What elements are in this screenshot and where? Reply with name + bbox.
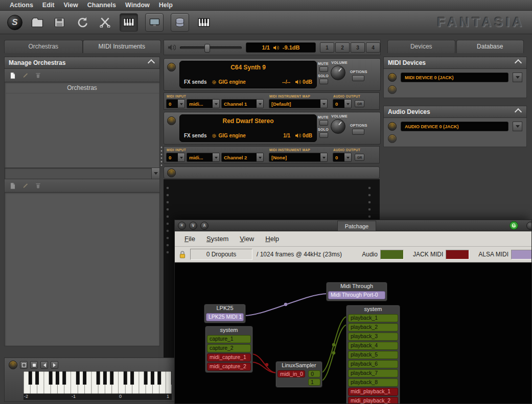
- port-playback-8[interactable]: playback_8: [348, 378, 398, 387]
- port-midi-through-0[interactable]: Midi Through Port-0: [328, 291, 385, 299]
- bank-button-1[interactable]: 1: [320, 42, 334, 53]
- midi-device-combo[interactable]: 0: [166, 153, 185, 162]
- connection-jack-midi[interactable]: [251, 354, 276, 373]
- midi-device-options-button[interactable]: [513, 73, 522, 82]
- port-capture-2[interactable]: capture_2: [207, 344, 251, 352]
- mute-button[interactable]: [319, 66, 328, 72]
- delete-instrument-button[interactable]: [33, 181, 43, 191]
- collapse-icon[interactable]: [148, 59, 155, 66]
- port-out-0[interactable]: 0: [308, 370, 320, 377]
- channel-power-button[interactable]: [167, 116, 176, 125]
- connection-handle[interactable]: [332, 343, 335, 346]
- menu-system[interactable]: System: [202, 233, 233, 245]
- port-playback-1[interactable]: playback_1: [348, 314, 398, 322]
- node-midi-through[interactable]: Midi Through Midi Through Port-0: [326, 282, 387, 301]
- port-midi-capture-1[interactable]: midi_capture_1: [207, 353, 251, 362]
- connection-handle[interactable]: [265, 363, 268, 366]
- midi-monitor-button[interactable]: [196, 15, 212, 30]
- solo-button[interactable]: [319, 79, 328, 84]
- connection-handle[interactable]: [284, 303, 287, 306]
- keyboard-power-button[interactable]: [9, 361, 17, 369]
- menu-actions[interactable]: Actions: [5, 1, 38, 10]
- midi-keyboard-toggle-button[interactable]: [120, 13, 138, 32]
- sampler-logo-button[interactable]: S: [7, 15, 22, 30]
- menu-window[interactable]: Window: [121, 1, 154, 10]
- menu-edit[interactable]: Edit: [38, 1, 59, 10]
- menu-view[interactable]: View: [59, 1, 82, 10]
- patchage-titlebar[interactable]: × ∨ ∧ Patchage: [175, 220, 531, 231]
- keyboard-mode-button-1[interactable]: [20, 361, 28, 369]
- node-system-capture[interactable]: system capture_1 capture_2 midi_capture_…: [205, 326, 253, 373]
- audio-device-combo[interactable]: 0: [333, 99, 352, 108]
- edit-orchestra-button[interactable]: [20, 70, 30, 80]
- midi-device-power-button[interactable]: [388, 73, 397, 82]
- port-midi-in-0[interactable]: midi_in_0: [277, 370, 305, 377]
- delete-orchestra-button[interactable]: [33, 70, 43, 80]
- add-audio-device-button[interactable]: [388, 134, 397, 143]
- patchage-canvas[interactable]: Midi Through Midi Through Port-0 LPK25 L…: [175, 263, 531, 404]
- menu-channels[interactable]: Channels: [83, 1, 121, 10]
- channel-power-button[interactable]: [167, 63, 176, 72]
- window-menu-button[interactable]: [526, 222, 532, 230]
- tab-devices[interactable]: Devices: [387, 40, 455, 53]
- audio-routing-button[interactable]: GR: [355, 154, 364, 161]
- keyboard-mode-button-2[interactable]: [30, 361, 38, 369]
- octave-up-button[interactable]: [51, 361, 58, 369]
- open-session-button[interactable]: [30, 15, 45, 30]
- tab-database[interactable]: Database: [456, 40, 524, 53]
- audio-device-power-button[interactable]: [388, 122, 397, 131]
- menu-view[interactable]: View: [235, 233, 259, 245]
- engine-selector[interactable]: GIG engine: [212, 133, 245, 138]
- reset-sampler-button[interactable]: [97, 15, 112, 30]
- new-instrument-button[interactable]: [8, 181, 17, 191]
- midi-port-combo[interactable]: midi...: [187, 153, 220, 162]
- bank-button-3[interactable]: 3: [351, 42, 365, 53]
- orchestra-select-combo[interactable]: [4, 168, 160, 179]
- node-linuxsampler[interactable]: LinuxSampler midi_in_0 0 1: [275, 361, 322, 388]
- refresh-button[interactable]: [75, 15, 90, 30]
- port-midi-playback-1[interactable]: midi_playback_1: [348, 388, 398, 396]
- collapse-icon[interactable]: [515, 59, 522, 66]
- mute-button[interactable]: [319, 120, 328, 126]
- instruments-db-button[interactable]: [171, 13, 189, 32]
- menu-help[interactable]: Help: [154, 1, 177, 10]
- midi-channel-combo[interactable]: Channel 2: [221, 153, 264, 162]
- menu-help[interactable]: Help: [261, 233, 284, 245]
- fx-sends-button[interactable]: FX sends: [184, 79, 206, 85]
- new-channel-power-button[interactable]: [167, 169, 176, 177]
- port-midi-capture-2[interactable]: midi_capture_2: [207, 363, 251, 371]
- port-playback-3[interactable]: playback_3: [348, 332, 398, 341]
- master-volume-slider[interactable]: [180, 46, 242, 49]
- port-lpk25-midi-1[interactable]: LPK25 MIDI 1: [206, 313, 244, 321]
- piano-keyboard[interactable]: [24, 371, 172, 394]
- add-midi-device-button[interactable]: [388, 85, 397, 94]
- menu-file[interactable]: File: [180, 233, 200, 245]
- port-playback-7[interactable]: playback_7: [348, 369, 398, 377]
- solo-button[interactable]: [319, 132, 328, 138]
- orchestras-list[interactable]: Orchestras: [4, 82, 160, 176]
- instruments-list[interactable]: [4, 193, 160, 346]
- port-capture-1[interactable]: capture_1: [207, 335, 251, 343]
- octave-down-button[interactable]: [40, 361, 48, 369]
- instrument-map-combo[interactable]: [None]: [269, 153, 328, 162]
- port-playback-6[interactable]: playback_6: [348, 360, 398, 368]
- midi-port-combo[interactable]: midi...: [187, 99, 220, 108]
- window-shade-button[interactable]: ∨: [189, 222, 197, 230]
- slider-thumb[interactable]: [204, 44, 210, 53]
- connection-handle[interactable]: [332, 351, 335, 354]
- node-system-playback[interactable]: system playback_1 playback_2 playback_3 …: [346, 305, 400, 404]
- fx-sends-button[interactable]: FX sends: [184, 133, 206, 138]
- new-orchestra-button[interactable]: [8, 70, 17, 80]
- options-button[interactable]: [352, 129, 364, 135]
- tab-midi-instruments[interactable]: MIDI Instruments: [83, 40, 161, 53]
- collapse-icon[interactable]: [515, 108, 522, 115]
- volume-knob[interactable]: [331, 119, 345, 134]
- audio-device-combo[interactable]: 0: [333, 153, 352, 162]
- engine-selector[interactable]: GIG engine: [212, 79, 245, 85]
- lcd-view-button[interactable]: [145, 13, 164, 32]
- window-unshade-button[interactable]: ∧: [200, 222, 209, 230]
- volume-knob[interactable]: [331, 65, 345, 80]
- port-playback-2[interactable]: playback_2: [348, 323, 398, 331]
- midi-device-combo[interactable]: 0: [166, 99, 185, 108]
- port-midi-playback-2[interactable]: midi_playback_2: [348, 397, 398, 404]
